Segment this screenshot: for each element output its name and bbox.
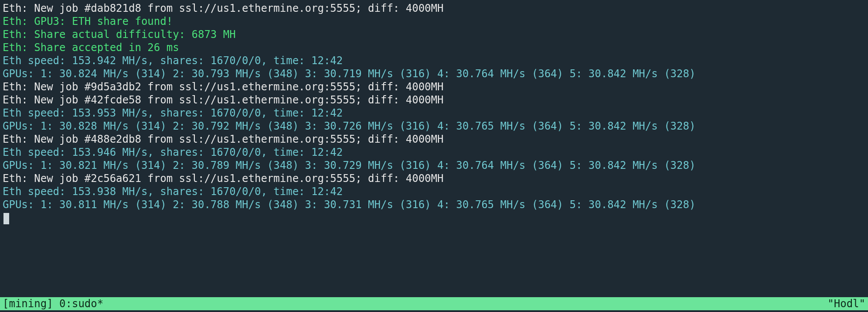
terminal-window[interactable]: Eth: New job #dab821d8 from ssl://us1.et… [0,0,868,312]
terminal-line: Eth speed: 153.938 MH/s, shares: 1670/0/… [3,185,865,198]
terminal-line: GPUs: 1: 30.811 MH/s (314) 2: 30.788 MH/… [3,198,865,211]
terminal-line: Eth: Share actual difficulty: 6873 MH [3,28,865,41]
tmux-statusbar: [mining] 0:sudo* "Hodl" [0,297,868,310]
statusbar-right: "Hodl" [827,297,865,310]
terminal-line: GPUs: 1: 30.828 MH/s (314) 2: 30.792 MH/… [3,120,865,133]
cursor-line [3,211,865,224]
terminal-line: Eth: Share accepted in 26 ms [3,41,865,54]
terminal-line: Eth: New job #dab821d8 from ssl://us1.et… [3,2,865,15]
terminal-line: Eth speed: 153.953 MH/s, shares: 1670/0/… [3,106,865,120]
terminal-line: Eth: New job #2c56a621 from ssl://us1.et… [3,172,865,185]
terminal-output: Eth: New job #dab821d8 from ssl://us1.et… [0,0,868,224]
terminal-line: Eth: New job #9d5a3db2 from ssl://us1.et… [3,80,865,93]
terminal-line: Eth: GPU3: ETH share found! [3,15,865,28]
terminal-line: Eth: New job #488e2db8 from ssl://us1.et… [3,133,865,146]
cursor-icon [3,213,9,224]
terminal-line: GPUs: 1: 30.821 MH/s (314) 2: 30.789 MH/… [3,159,865,172]
terminal-line: Eth: New job #42fcde58 from ssl://us1.et… [3,93,865,106]
terminal-line: Eth speed: 153.942 MH/s, shares: 1670/0/… [3,54,865,67]
statusbar-left: [mining] 0:sudo* [3,297,103,310]
terminal-line: GPUs: 1: 30.824 MH/s (314) 2: 30.793 MH/… [3,67,865,80]
terminal-line: Eth speed: 153.946 MH/s, shares: 1670/0/… [3,146,865,159]
